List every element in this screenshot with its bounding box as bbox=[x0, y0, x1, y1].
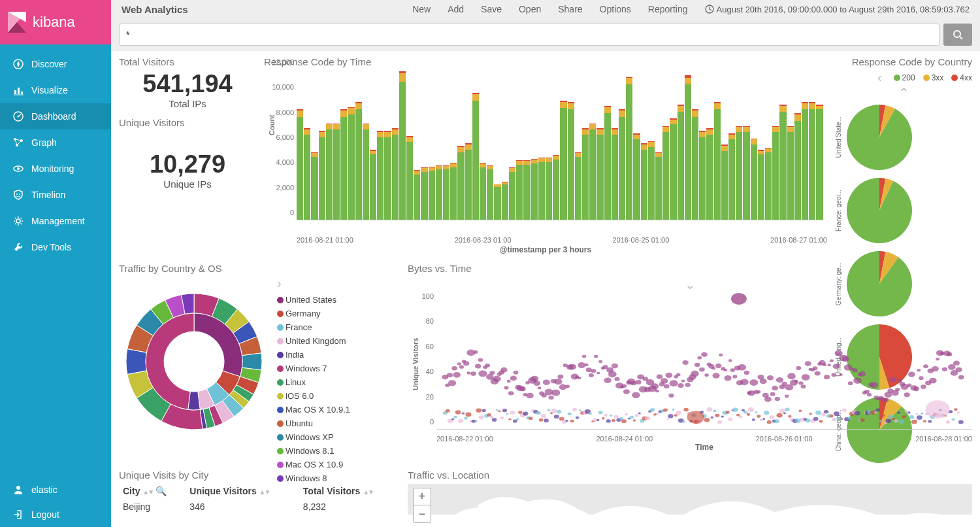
legend-item[interactable]: India bbox=[277, 348, 350, 362]
map-canvas[interactable] bbox=[408, 484, 972, 515]
col-uv[interactable]: Unique Visitors ▲▼ bbox=[186, 483, 299, 499]
svg-point-357 bbox=[704, 418, 710, 422]
chevron-right-icon[interactable]: › bbox=[277, 277, 350, 290]
svg-point-348 bbox=[682, 420, 685, 423]
svg-point-273 bbox=[487, 413, 491, 416]
pie-row[interactable]: France: geoi... bbox=[835, 174, 972, 247]
donut-chart[interactable] bbox=[119, 277, 269, 440]
brand-logo[interactable]: kibana bbox=[0, 0, 111, 44]
map-title: Traffic vs. Location bbox=[408, 469, 972, 481]
header-open-link[interactable]: Open bbox=[519, 4, 541, 14]
sidebar-item-dev-tools[interactable]: Dev Tools bbox=[0, 234, 111, 260]
svg-point-63 bbox=[507, 380, 511, 383]
legend-item[interactable]: France bbox=[277, 320, 350, 334]
search-button[interactable] bbox=[943, 24, 972, 46]
svg-point-109 bbox=[614, 377, 619, 381]
svg-point-190 bbox=[805, 361, 811, 366]
svg-point-380 bbox=[764, 411, 769, 415]
svg-point-95 bbox=[582, 355, 586, 358]
eye-icon bbox=[13, 163, 31, 174]
bar-xlabel: @timestamp per 3 hours bbox=[264, 245, 827, 254]
legend-item[interactable]: iOS 6.0 bbox=[277, 389, 350, 403]
svg-point-239 bbox=[921, 384, 926, 389]
svg-point-386 bbox=[779, 409, 785, 413]
sidebar-item-discover[interactable]: Discover bbox=[0, 51, 111, 77]
svg-point-320 bbox=[610, 415, 612, 416]
legend-item[interactable]: Windows XP bbox=[277, 430, 350, 444]
search-input[interactable] bbox=[119, 24, 939, 46]
chevron-down-icon[interactable]: ⌄ bbox=[408, 277, 972, 292]
pie-row[interactable]: United State... bbox=[835, 101, 972, 174]
col-city[interactable]: City ▲▼ 🔍 bbox=[119, 483, 186, 499]
date-range-picker[interactable]: August 20th 2016, 09:00:00.000 to August… bbox=[705, 5, 970, 14]
sidebar-item-visualize[interactable]: Visualize bbox=[0, 77, 111, 103]
header-new-link[interactable]: New bbox=[412, 4, 431, 14]
legend-item[interactable]: United States bbox=[277, 293, 350, 307]
svg-point-65 bbox=[510, 376, 517, 381]
header-share-link[interactable]: Share bbox=[558, 4, 582, 14]
svg-line-16 bbox=[17, 141, 22, 145]
svg-point-396 bbox=[806, 418, 811, 422]
header-options-link[interactable]: Options bbox=[600, 4, 631, 14]
gear-icon bbox=[13, 216, 31, 226]
svg-point-211 bbox=[853, 377, 862, 384]
svg-point-276 bbox=[496, 409, 498, 411]
svg-point-456 bbox=[731, 293, 747, 305]
sidebar-item-elastic[interactable]: elastic bbox=[0, 477, 111, 502]
chevron-up-icon[interactable]: ⌃ bbox=[835, 85, 972, 101]
header-save-link[interactable]: Save bbox=[481, 4, 502, 14]
svg-point-216 bbox=[867, 393, 872, 397]
header-reporting-link[interactable]: Reporting bbox=[648, 4, 688, 14]
sidebar-item-label: Dashboard bbox=[31, 111, 76, 122]
bar-chart[interactable] bbox=[297, 70, 823, 220]
header-add-link[interactable]: Add bbox=[448, 4, 464, 14]
svg-point-278 bbox=[500, 416, 504, 420]
svg-point-75 bbox=[534, 381, 540, 386]
zoom-in-button[interactable]: + bbox=[414, 488, 431, 505]
svg-point-206 bbox=[842, 356, 849, 362]
svg-point-187 bbox=[798, 381, 803, 384]
table-row[interactable]: Beijing3468,232 bbox=[119, 499, 400, 515]
legend-item[interactable]: Windows 7 bbox=[277, 362, 350, 375]
legend-item[interactable]: Ubuntu bbox=[277, 416, 350, 430]
svg-point-331 bbox=[638, 413, 641, 415]
sidebar-item-graph[interactable]: Graph bbox=[0, 129, 111, 156]
sidebar-item-management[interactable]: Management bbox=[0, 208, 111, 234]
svg-point-97 bbox=[586, 367, 592, 372]
svg-point-156 bbox=[725, 375, 732, 381]
sidebar-item-logout[interactable]: Logout bbox=[0, 502, 111, 527]
legend-item[interactable]: Mac OS X 10.9.1 bbox=[277, 403, 350, 416]
pie-label: United State... bbox=[835, 116, 845, 158]
legend-item[interactable]: Linux bbox=[277, 375, 350, 389]
legend-item[interactable]: Germany bbox=[277, 307, 350, 320]
svg-point-126 bbox=[655, 390, 659, 392]
sidebar: kibana DiscoverVisualizeDashboardGraphMo… bbox=[0, 0, 111, 527]
compass-icon bbox=[13, 59, 31, 69]
svg-point-441 bbox=[923, 420, 926, 422]
svg-point-334 bbox=[645, 416, 650, 420]
legend-item[interactable]: Windows 8.1 bbox=[277, 444, 350, 458]
svg-point-277 bbox=[498, 410, 500, 412]
svg-point-381 bbox=[767, 420, 772, 424]
sidebar-item-monitoring[interactable]: Monitoring bbox=[0, 156, 111, 182]
svg-point-317 bbox=[602, 417, 605, 420]
svg-point-93 bbox=[578, 377, 581, 379]
col-tv[interactable]: Total Visitors ▲▼ bbox=[299, 483, 400, 499]
zoom-out-button[interactable]: − bbox=[414, 505, 431, 522]
sidebar-item-dashboard[interactable]: Dashboard bbox=[0, 103, 111, 129]
svg-point-362 bbox=[717, 420, 722, 424]
svg-point-139 bbox=[685, 383, 691, 387]
svg-point-135 bbox=[676, 373, 681, 377]
total-visitors-title: Total Visitors bbox=[119, 56, 256, 67]
sidebar-item-label: Dev Tools bbox=[31, 242, 71, 252]
svg-point-61 bbox=[500, 367, 507, 373]
sidebar-item-timelion[interactable]: Timelion bbox=[0, 182, 111, 208]
svg-point-366 bbox=[728, 418, 732, 421]
svg-point-174 bbox=[767, 375, 774, 381]
search-icon[interactable]: 🔍 bbox=[155, 486, 167, 496]
svg-point-337 bbox=[653, 413, 657, 416]
scatter-chart[interactable] bbox=[436, 292, 972, 430]
chevron-left-icon[interactable]: ‹ bbox=[877, 70, 882, 85]
svg-point-145 bbox=[699, 367, 705, 371]
legend-item[interactable]: United Kingdom bbox=[277, 334, 350, 348]
